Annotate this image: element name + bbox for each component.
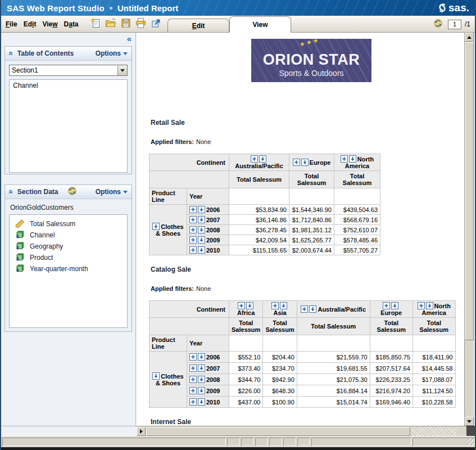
expand-icon[interactable] xyxy=(189,353,197,361)
menu-view[interactable]: View xyxy=(42,20,57,28)
data-item[interactable]: Geography xyxy=(10,241,127,252)
data-item[interactable]: Total Salessum xyxy=(10,218,127,230)
scroll-down-button[interactable] xyxy=(465,417,474,426)
toc-item[interactable]: Channel xyxy=(10,80,127,91)
open-button[interactable] xyxy=(105,18,117,30)
expand-icon[interactable] xyxy=(383,302,390,309)
vertical-scroll-thumb[interactable] xyxy=(465,42,474,340)
status-segment xyxy=(311,438,411,446)
export-button[interactable] xyxy=(150,18,162,30)
drill-icon[interactable] xyxy=(259,155,266,163)
section-data-listbox[interactable]: Total SalessumChannelGeographyProductYea… xyxy=(9,214,128,328)
new-report-button[interactable] xyxy=(89,18,102,30)
horizontal-scrollbar[interactable] xyxy=(137,426,466,436)
year-cell: 2010 xyxy=(187,397,229,408)
expand-icon[interactable] xyxy=(189,236,197,244)
drill-icon[interactable] xyxy=(426,302,433,309)
drill-icon[interactable] xyxy=(198,387,205,394)
drill-icon[interactable] xyxy=(280,302,287,309)
collapse-sidebar-icon[interactable]: « xyxy=(127,34,132,43)
expand-icon[interactable] xyxy=(189,398,197,406)
expand-icon[interactable] xyxy=(189,376,197,383)
vertical-scrollbar[interactable] xyxy=(464,33,474,426)
table-row: 2009$226.00$648.30$16,884.14$216,974.20$… xyxy=(149,385,456,397)
expand-icon[interactable] xyxy=(341,155,348,163)
value-cell: $557,705.27 xyxy=(334,245,380,255)
data-source-label: OrionGoldCustomers xyxy=(5,199,132,214)
applied-filters: Applied filters:None xyxy=(151,138,466,145)
drill-icon[interactable] xyxy=(349,155,356,163)
drill-icon[interactable] xyxy=(152,223,160,230)
expand-icon[interactable] xyxy=(293,159,300,166)
save-button[interactable] xyxy=(120,18,132,30)
combo-dropdown-button[interactable] xyxy=(117,65,127,75)
drill-icon[interactable] xyxy=(198,398,205,406)
section-heading: Internet Sale xyxy=(151,418,466,426)
tab-view[interactable]: View xyxy=(229,16,291,33)
category-icon xyxy=(15,264,24,273)
drill-icon[interactable] xyxy=(198,226,205,233)
value-cell: $439,504.63 xyxy=(334,205,380,215)
measure-header: Total Salessum xyxy=(229,318,263,335)
drill-icon[interactable] xyxy=(198,216,205,223)
print-button[interactable] xyxy=(135,18,147,30)
section-select[interactable]: Section1 xyxy=(9,65,128,76)
drill-icon[interactable] xyxy=(198,376,205,383)
drill-icon[interactable] xyxy=(152,372,160,380)
drill-icon[interactable] xyxy=(246,302,253,309)
menu-data[interactable]: Data xyxy=(64,20,79,28)
drill-icon[interactable] xyxy=(309,305,316,313)
app-window: SAS Web Report Studio Untitled Report sa… xyxy=(0,0,476,450)
expand-icon[interactable] xyxy=(189,226,197,233)
drill-icon[interactable] xyxy=(391,302,398,309)
scroll-right-button[interactable] xyxy=(137,427,146,436)
expand-icon[interactable] xyxy=(189,387,197,394)
measure-header: Total Salessum xyxy=(297,318,370,335)
toc-options-button[interactable]: Options xyxy=(96,50,128,57)
row-group-header: Clothes & Shoes xyxy=(149,205,187,255)
collapse-panel-icon[interactable]: « xyxy=(7,51,16,56)
refresh-button[interactable] xyxy=(432,18,445,30)
print-icon xyxy=(135,17,147,31)
value-cell: $552.10 xyxy=(229,352,263,363)
expand-icon[interactable] xyxy=(418,302,425,309)
drill-icon[interactable] xyxy=(198,246,205,254)
expand-icon[interactable] xyxy=(251,155,258,163)
toc-listbox[interactable]: Channel xyxy=(9,79,128,173)
page-number-input[interactable] xyxy=(448,20,461,29)
data-item[interactable]: Product xyxy=(10,252,127,263)
expand-icon[interactable] xyxy=(189,216,197,223)
drill-icon[interactable] xyxy=(198,353,205,361)
menu-edit[interactable]: Edit xyxy=(24,20,37,28)
expand-icon[interactable] xyxy=(271,302,279,309)
crosstab-table: ContinentAustralia/PacificEuropeNorth Am… xyxy=(149,154,380,255)
expand-icon[interactable] xyxy=(189,364,197,372)
year-cell: 2007 xyxy=(187,215,229,225)
menu-file[interactable]: File xyxy=(6,20,17,28)
drill-icon[interactable] xyxy=(301,159,309,166)
scroll-up-button[interactable] xyxy=(465,33,474,42)
toc-panel-title: Table of Contents xyxy=(17,50,74,57)
status-segment xyxy=(412,438,475,446)
chevron-down-icon xyxy=(123,52,128,55)
expand-icon[interactable] xyxy=(189,246,197,254)
data-item[interactable]: Channel xyxy=(10,230,127,241)
expand-icon[interactable] xyxy=(238,302,245,309)
drill-icon[interactable] xyxy=(198,236,205,244)
refresh-data-icon[interactable] xyxy=(66,186,78,198)
data-item-label: Geography xyxy=(30,242,63,250)
tab-edit[interactable]: Edit xyxy=(167,19,229,33)
value-cell: $344.70 xyxy=(229,374,263,385)
collapse-panel-icon[interactable]: « xyxy=(7,190,16,194)
expand-icon[interactable] xyxy=(189,206,197,213)
data-item[interactable]: Year-quarter-month xyxy=(10,263,127,274)
section-data-options-button[interactable]: Options xyxy=(96,188,128,196)
drill-icon[interactable] xyxy=(198,364,205,372)
resize-grip[interactable] xyxy=(467,438,474,445)
title-separator-dot xyxy=(110,7,112,10)
drill-icon[interactable] xyxy=(198,206,205,213)
horizontal-scroll-track[interactable] xyxy=(410,427,457,436)
blank-cell xyxy=(334,188,380,205)
horizontal-scroll-thumb[interactable] xyxy=(146,427,410,436)
expand-icon[interactable] xyxy=(301,305,308,313)
